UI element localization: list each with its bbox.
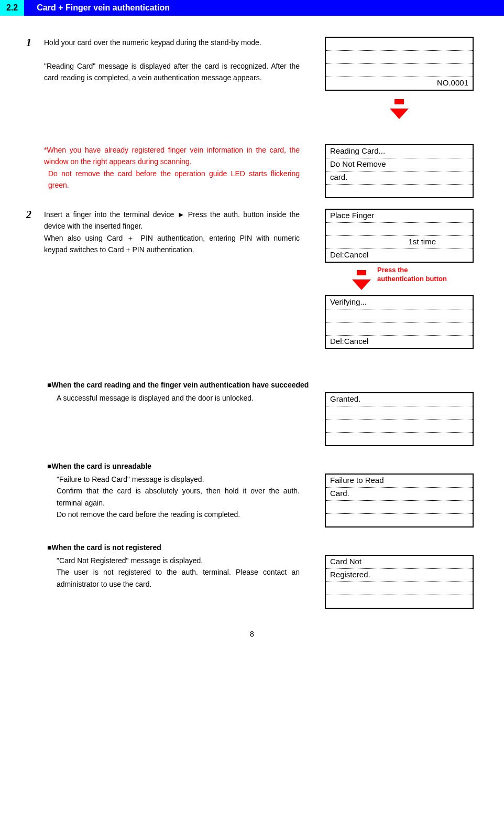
sub-unreadable-text3: Do not remove the card before the readin… [57,509,300,520]
sub-unreadable-right: Failure to Read Card. [321,473,478,528]
step-1-row: 1 Hold your card over the numeric keypad… [26,37,478,123]
lcd-row: Do Not Remove [326,158,473,171]
note-right: Reading Card... Do Not Remove card. [321,144,478,198]
lcd-row [326,433,473,445]
lcd-row [326,185,473,197]
note-row: *When you have already registered finger… [26,144,478,198]
arrow-label-line2: authentication button [377,275,447,284]
note-red-line2: Do not remove the card before the operat… [44,168,300,191]
lcd-row: Verifying... [326,296,473,309]
sub-success-row: A successful message is displayed and th… [47,392,478,446]
lcd-row [326,309,473,322]
page-number: 8 [26,630,478,638]
lcd-row: Registered. [326,569,473,582]
lcd-row: Place Finger [326,210,473,223]
sub-notreg: ■When the card is not registered "Card N… [26,543,478,609]
lcd-notreg: Card Not Registered. [325,555,474,609]
arrow-label-line1: Press the [377,266,447,275]
sub-unreadable-text: "Failure to Read Card" message is displa… [47,473,321,521]
sub-notreg-heading: ■When the card is not registered [47,543,478,552]
lcd-row [326,223,473,236]
section-header: 2.2 Card + Finger vein authentication [0,0,504,16]
lcd-failure: Failure to Read Card. [325,473,474,528]
lcd-granted: Granted. [325,392,474,446]
lcd-row: Card. [326,488,473,501]
sub-unreadable: ■When the card is unreadable "Failure to… [26,462,478,528]
lcd-row [326,38,473,51]
lcd-row: Granted. [326,393,473,406]
note-red-text: *When you have already registered finger… [44,144,321,191]
lcd-row: Failure to Read [326,475,473,488]
lcd-row: Reading Card... [326,145,473,158]
sub-unreadable-heading: ■When the card is unreadable [47,462,478,470]
sub-notreg-text2: The user is not registered to the auth. … [57,566,300,590]
lcd-row [326,582,473,595]
sub-success: ■When the card reading and the finger ve… [26,381,478,446]
lcd-verifying: Verifying... Del:Cancel [325,295,474,349]
lcd-row: Del:Cancel [326,336,473,348]
step-2-right: Place Finger 1st time Del:Cancel Press t… [321,209,478,349]
sub-notreg-text: "Card Not Registered" message is display… [47,555,321,590]
section-spacer [24,0,29,16]
lcd-standby: NO.0001 [325,37,474,91]
step-2-number: 2 [26,209,42,221]
step-2-row: 2 Insert a finger into the terminal devi… [26,209,478,349]
step-1-number: 1 [26,37,42,49]
lcd-row: card. [326,171,473,185]
sub-notreg-right: Card Not Registered. [321,555,478,609]
arrow-with-label: Press the authentication button [352,266,499,290]
sub-success-text: A successful message is displayed and th… [47,392,321,404]
note-red-line1: *When you have already registered finger… [44,144,300,168]
arrow-label: Press the authentication button [377,266,447,284]
step-2-para1: Insert a finger into the terminal device… [44,210,300,230]
step-2-text: Insert a finger into the terminal device… [44,209,321,256]
section-title: Card + Finger vein authentication [29,0,504,16]
sub-unreadable-row: "Failure to Read Card" message is displa… [47,473,478,528]
step-1-right: NO.0001 [321,37,478,123]
step-1-para1: Hold your card over the numeric keypad d… [44,37,300,48]
section-number: 2.2 [0,0,24,16]
arrow-down-icon [352,266,371,290]
lcd-row [326,322,473,336]
step-1-text: Hold your card over the numeric keypad d… [44,37,321,84]
sub-notreg-row: "Card Not Registered" message is display… [47,555,478,609]
lcd-row [326,419,473,433]
lcd-row: Del:Cancel [326,249,473,262]
lcd-row [326,514,473,526]
sub-unreadable-text1: "Failure to Read Card" message is displa… [57,473,300,485]
sub-notreg-text1: "Card Not Registered" message is display… [57,555,300,566]
lcd-place-finger: Place Finger 1st time Del:Cancel [325,209,474,263]
step-2-para2: When also using Card ＋ PIN authenticatio… [44,234,300,254]
lcd-row [326,51,473,64]
sub-unreadable-text2: Confirm that the card is absolutely your… [57,485,300,509]
sub-success-heading: ■When the card reading and the finger ve… [47,381,478,389]
lcd-row [326,64,473,77]
lcd-row [326,501,473,514]
step-1-para2: "Reading Card" message is displayed afte… [44,60,300,84]
lcd-row [326,406,473,419]
lcd-row: Card Not [326,556,473,569]
lcd-row [326,595,473,608]
arrow-down-icon [390,95,409,119]
content-area: 1 Hold your card over the numeric keypad… [0,16,504,649]
lcd-row: 1st time [326,236,473,249]
lcd-row: NO.0001 [326,77,473,90]
sub-success-right: Granted. [321,392,478,446]
lcd-reading: Reading Card... Do Not Remove card. [325,144,474,198]
